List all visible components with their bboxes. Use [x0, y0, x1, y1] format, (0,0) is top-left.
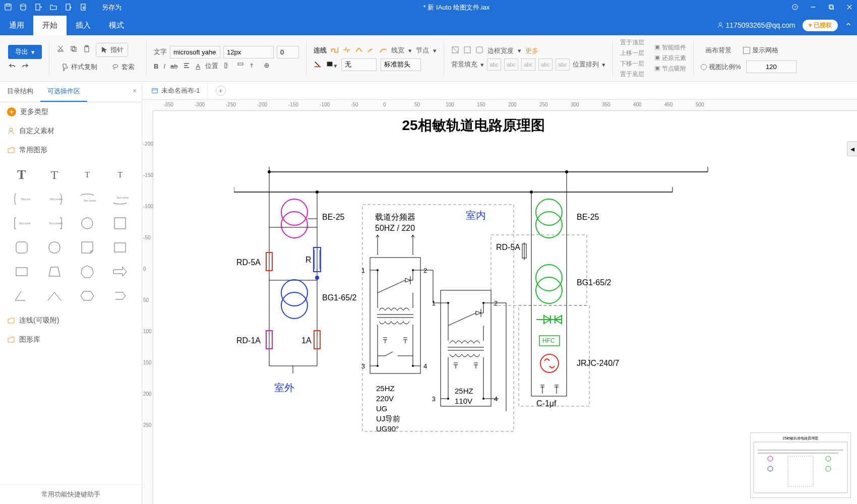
shape-brace4[interactable]: Text content [104, 187, 137, 211]
view-scale-checkbox[interactable]: 视图比例% [701, 62, 741, 72]
tab-directory[interactable]: 目录结构 [0, 82, 40, 102]
node-dropdown-icon[interactable]: ▾ [433, 47, 437, 54]
format-painter-button[interactable]: 样式复制 [56, 60, 102, 74]
more-types-button[interactable]: +更多类型 [0, 102, 142, 121]
connector5-icon[interactable] [379, 46, 387, 55]
pos-arrange-label[interactable]: 位置排列 [573, 60, 599, 69]
connector1-icon[interactable] [331, 46, 339, 55]
tab-insert[interactable]: 插入 [67, 16, 100, 35]
close-icon[interactable] [846, 4, 853, 12]
abc-box-2[interactable]: abc [504, 58, 518, 71]
shape-trap[interactable] [38, 260, 71, 284]
position-label[interactable]: 位置 [205, 61, 218, 71]
export-icon[interactable] [80, 3, 88, 13]
linewidth-dropdown-icon[interactable]: ▾ [408, 47, 412, 54]
shape-angle[interactable] [5, 284, 38, 308]
bottom-layer-button[interactable]: 置于底层 [620, 70, 644, 79]
fill-color-icon[interactable]: ▾ [326, 60, 337, 70]
user-account[interactable]: 1175093265@qq.com [717, 21, 795, 29]
strikethrough-icon[interactable]: ab [170, 62, 177, 70]
collapse-ribbon-icon[interactable] [845, 21, 852, 30]
shape-rect2[interactable] [5, 260, 38, 284]
redo-icon[interactable] [21, 62, 29, 72]
maximize-icon[interactable] [828, 4, 835, 12]
line-color-icon[interactable] [314, 60, 322, 70]
shape-brace1[interactable]: Text content [5, 187, 38, 211]
text-dir1-icon[interactable]: T [223, 61, 231, 71]
help-icon[interactable]: ? [791, 4, 799, 12]
shape-triangle-up[interactable] [38, 284, 71, 308]
shape-hex[interactable] [71, 284, 104, 308]
align-icon[interactable] [182, 61, 191, 71]
view-scale-input[interactable] [746, 60, 797, 73]
shape3-icon[interactable] [475, 46, 483, 55]
text-dir4-icon[interactable] [263, 61, 271, 71]
shape-text-bold[interactable]: T [5, 163, 38, 187]
bold-icon[interactable]: B [154, 62, 158, 70]
custom-material-section[interactable]: 自定义素材 [0, 121, 142, 141]
minimize-icon[interactable] [810, 4, 817, 12]
shape-rect[interactable] [104, 235, 137, 260]
show-grid-checkbox[interactable]: 显示网格 [743, 46, 778, 55]
copy-icon[interactable] [70, 45, 78, 54]
shape-roundrect[interactable] [5, 235, 38, 260]
text-dir2-icon[interactable] [236, 61, 244, 71]
collapse-right-icon[interactable]: ◂ [847, 141, 857, 156]
db-icon[interactable] [19, 3, 27, 13]
close-panel-icon[interactable]: × [133, 87, 137, 95]
abc-box-5[interactable]: abc [556, 58, 570, 71]
line-style-select[interactable] [341, 58, 377, 71]
edit-icon[interactable] [65, 3, 73, 13]
shape-lib-section[interactable]: 图形库 [0, 330, 142, 349]
tab-mode[interactable]: 模式 [100, 16, 133, 35]
undo-icon[interactable] [8, 62, 16, 72]
connectors-section[interactable]: 连线(可吸附) [0, 311, 142, 330]
shape2-icon[interactable] [463, 46, 471, 55]
shape-heptagon[interactable] [71, 260, 104, 284]
canvas[interactable]: ◂ 25相敏轨道电路原理图 [153, 111, 857, 504]
shape-arrow[interactable] [104, 260, 137, 284]
more-label[interactable]: 更多 [525, 46, 538, 55]
export-button[interactable]: 导出 ▾ [8, 45, 42, 59]
folder-icon[interactable] [49, 3, 57, 13]
font-size-input[interactable] [223, 46, 274, 58]
italic-icon[interactable]: I [163, 62, 165, 70]
shape-bracket2[interactable]: Text content [38, 211, 71, 235]
pointer-button[interactable]: 指针 [96, 43, 128, 57]
top-layer-button[interactable]: 置于顶层 [620, 38, 644, 47]
save-icon[interactable] [4, 3, 12, 13]
common-shapes-section[interactable]: 常用图形 [0, 141, 142, 160]
cut-icon[interactable] [56, 45, 65, 54]
shape-note[interactable] [71, 235, 104, 260]
shape-square[interactable] [104, 211, 137, 235]
connector3-icon[interactable] [355, 46, 363, 55]
paste-icon[interactable] [83, 45, 91, 54]
canvas-bg-button[interactable]: 画布背景 [701, 43, 736, 57]
shape-roundrect2[interactable] [38, 235, 71, 260]
text-dir3-icon[interactable] [250, 61, 258, 71]
shape-bracket1[interactable]: Text content [5, 211, 38, 235]
shape-pentagon[interactable] [104, 284, 137, 308]
font-weight-input[interactable] [277, 46, 299, 58]
shape-circle[interactable] [71, 211, 104, 235]
node-snap-button[interactable]: ▣ 节点吸附 [654, 65, 686, 73]
restore-elem-button[interactable]: ▣ 还原元素 [654, 54, 686, 62]
lasso-button[interactable]: 套索 [107, 60, 139, 74]
shape-brace2[interactable]: Text content [38, 187, 71, 211]
bg-fill-label[interactable]: 背景填充 [451, 60, 477, 69]
new-icon[interactable] [34, 3, 42, 13]
tab-start[interactable]: 开始 [33, 16, 67, 35]
connector4-icon[interactable] [367, 46, 375, 55]
shape-text-small[interactable]: T [71, 163, 104, 187]
font-color-icon[interactable]: A [196, 62, 200, 70]
font-name-input[interactable] [170, 46, 220, 58]
shape1-icon[interactable] [451, 46, 459, 55]
add-canvas-tab[interactable]: + [216, 86, 226, 96]
down-layer-button[interactable]: 下移一层 [620, 59, 644, 68]
abc-box-4[interactable]: abc [538, 58, 553, 71]
borderwidth-dropdown-icon[interactable]: ▾ [518, 47, 521, 54]
canvas-tab-1[interactable]: 未命名画布-1 [144, 82, 208, 99]
tab-general[interactable]: 通用 [0, 16, 33, 35]
minimap[interactable]: 25相敏轨道电路原理图 [750, 432, 851, 498]
up-layer-button[interactable]: 上移一层 [620, 49, 644, 57]
